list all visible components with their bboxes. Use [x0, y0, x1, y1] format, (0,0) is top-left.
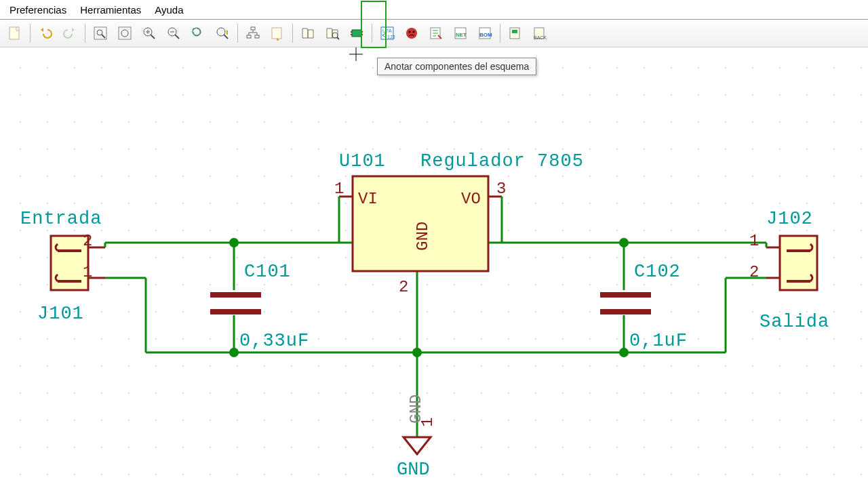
svg-text:123: 123 [387, 35, 395, 39]
toolbar: U?A123 NET BOM BACK [0, 19, 868, 47]
svg-line-3 [102, 35, 105, 38]
zoom-redraw-icon[interactable] [187, 22, 209, 44]
zoom-window-icon[interactable] [90, 22, 111, 44]
annotate-icon[interactable]: U?A123 [376, 22, 398, 44]
bom-icon[interactable]: BOM [474, 22, 496, 44]
svg-point-13 [193, 28, 201, 36]
svg-rect-0 [9, 27, 19, 39]
svg-rect-19 [255, 35, 259, 38]
menu-help[interactable]: Ayuda [148, 3, 190, 17]
c102-val: 0,1uF [629, 331, 688, 351]
j102-ref: J102 [766, 209, 813, 229]
svg-rect-18 [247, 35, 251, 38]
svg-rect-26 [361, 31, 363, 33]
svg-text:U?A: U?A [382, 28, 392, 33]
svg-line-15 [224, 35, 228, 39]
j102-p1: 1 [749, 232, 759, 250]
svg-point-32 [409, 31, 411, 33]
svg-rect-17 [251, 27, 255, 30]
gnd-label: GND [397, 460, 430, 480]
svg-rect-25 [351, 34, 352, 35]
zoom-out-icon[interactable] [163, 22, 184, 44]
gnd-sym: GND [407, 394, 425, 424]
j101-p2: 2 [83, 232, 92, 250]
menu-bar: Preferencias Herramientas Ayuda [0, 0, 868, 19]
svg-point-60 [619, 238, 629, 247]
u101-ref: U101 [339, 151, 386, 171]
svg-line-22 [337, 37, 339, 39]
u101-vi: VI [358, 190, 378, 208]
svg-point-61 [619, 348, 629, 357]
u101-name: Regulador 7805 [420, 151, 584, 171]
undo-icon[interactable] [35, 22, 56, 44]
j102-name: Salida [760, 312, 829, 332]
j101-p1: 1 [83, 263, 92, 281]
schematic-drawing: U101 Regulador 7805 VI VO GND 1 3 2 C101… [0, 47, 868, 488]
u101-p1: 1 [334, 180, 344, 198]
c102-ref: C102 [634, 262, 681, 282]
u101-vo: VO [461, 190, 481, 208]
back-icon[interactable]: BACK [529, 22, 551, 44]
svg-rect-20 [272, 28, 281, 39]
zoom-fit-icon[interactable] [114, 22, 136, 44]
redo-icon[interactable] [59, 22, 81, 44]
menu-preferences[interactable]: Preferencias [3, 3, 73, 17]
svg-text:NET: NET [456, 32, 467, 38]
menu-tools[interactable]: Herramientas [73, 3, 148, 17]
cvpcb-icon[interactable] [425, 22, 447, 44]
netlist-icon[interactable]: NET [450, 22, 471, 44]
svg-point-5 [121, 30, 128, 37]
svg-point-33 [413, 31, 415, 33]
j102-p2: 2 [749, 263, 759, 281]
erc-icon[interactable] [401, 22, 422, 44]
svg-point-2 [97, 30, 102, 35]
u101-p2: 2 [399, 278, 408, 296]
c101-ref: C101 [244, 262, 291, 282]
library-browse-icon[interactable] [297, 22, 319, 44]
svg-rect-27 [361, 34, 363, 35]
svg-point-57 [229, 238, 239, 247]
pcb-icon[interactable] [505, 22, 526, 44]
j101-ref: J101 [37, 304, 84, 324]
svg-rect-24 [351, 31, 352, 33]
svg-rect-40 [512, 30, 517, 33]
zoom-in-icon[interactable] [138, 22, 160, 44]
leave-sheet-icon[interactable] [267, 22, 288, 44]
library-search-icon[interactable] [321, 22, 343, 44]
svg-point-31 [406, 28, 417, 39]
zoom-auto-icon[interactable] [212, 22, 233, 44]
c101-val: 0,33uF [239, 331, 309, 351]
footprint-icon[interactable] [346, 22, 368, 44]
hierarchy-icon[interactable] [242, 22, 264, 44]
svg-line-7 [151, 35, 155, 39]
svg-rect-23 [352, 30, 361, 37]
schematic-canvas[interactable]: U101 Regulador 7805 VI VO GND 1 3 2 C101… [0, 47, 868, 488]
svg-text:BACK: BACK [534, 35, 547, 40]
u101-p3: 3 [496, 180, 506, 198]
u101-gnd: GND [414, 222, 432, 251]
svg-rect-4 [119, 27, 131, 39]
svg-point-58 [229, 348, 239, 357]
new-file-icon[interactable] [4, 22, 26, 44]
svg-text:BOM: BOM [479, 32, 492, 38]
j101-name: Entrada [20, 209, 102, 229]
svg-line-11 [175, 35, 179, 39]
svg-point-59 [412, 348, 422, 357]
